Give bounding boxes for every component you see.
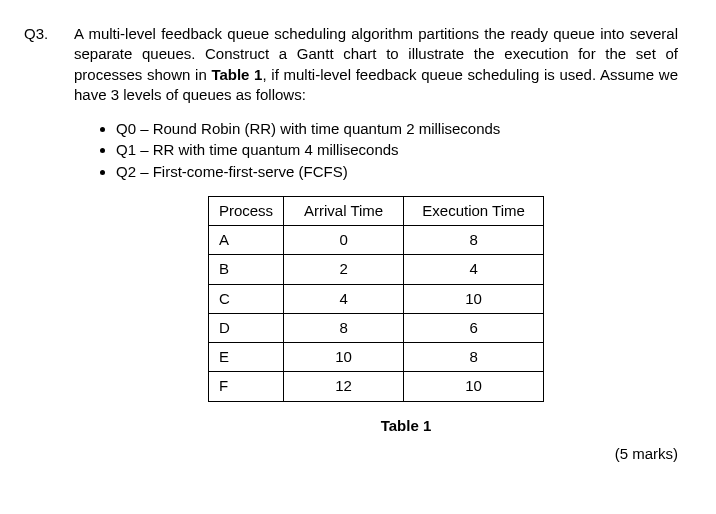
cell-execution: 10 (404, 372, 544, 401)
cell-process: C (208, 284, 283, 313)
table-row: F 12 10 (208, 372, 543, 401)
question-text: A multi-level feedback queue scheduling … (74, 24, 678, 105)
question-block: Q3. A multi-level feedback queue schedul… (24, 24, 678, 464)
header-execution: Execution Time (404, 196, 544, 225)
cell-process: D (208, 313, 283, 342)
queue-level-list: Q0 – Round Robin (RR) with time quantum … (116, 119, 678, 182)
table-row: E 10 8 (208, 343, 543, 372)
header-process: Process (208, 196, 283, 225)
list-item: Q1 – RR with time quantum 4 milliseconds (116, 140, 678, 160)
table-row: B 2 4 (208, 255, 543, 284)
list-item: Q2 – First-come-first-serve (FCFS) (116, 162, 678, 182)
table-header-row: Process Arrival Time Execution Time (208, 196, 543, 225)
cell-process: E (208, 343, 283, 372)
table-caption: Table 1 (134, 416, 678, 436)
cell-arrival: 12 (284, 372, 404, 401)
cell-execution: 6 (404, 313, 544, 342)
table-row: D 8 6 (208, 313, 543, 342)
table-row: A 0 8 (208, 226, 543, 255)
marks-label: (5 marks) (74, 444, 678, 464)
cell-process: F (208, 372, 283, 401)
table-reference: Table 1 (211, 66, 262, 83)
list-item: Q0 – Round Robin (RR) with time quantum … (116, 119, 678, 139)
cell-execution: 8 (404, 343, 544, 372)
table-row: C 4 10 (208, 284, 543, 313)
cell-process: A (208, 226, 283, 255)
question-body: A multi-level feedback queue scheduling … (74, 24, 678, 464)
cell-process: B (208, 255, 283, 284)
cell-execution: 4 (404, 255, 544, 284)
process-table-wrapper: Process Arrival Time Execution Time A 0 … (74, 196, 678, 402)
cell-execution: 10 (404, 284, 544, 313)
cell-arrival: 4 (284, 284, 404, 313)
question-number: Q3. (24, 24, 56, 464)
cell-execution: 8 (404, 226, 544, 255)
header-arrival: Arrival Time (284, 196, 404, 225)
cell-arrival: 10 (284, 343, 404, 372)
process-table: Process Arrival Time Execution Time A 0 … (208, 196, 544, 402)
cell-arrival: 8 (284, 313, 404, 342)
cell-arrival: 2 (284, 255, 404, 284)
cell-arrival: 0 (284, 226, 404, 255)
